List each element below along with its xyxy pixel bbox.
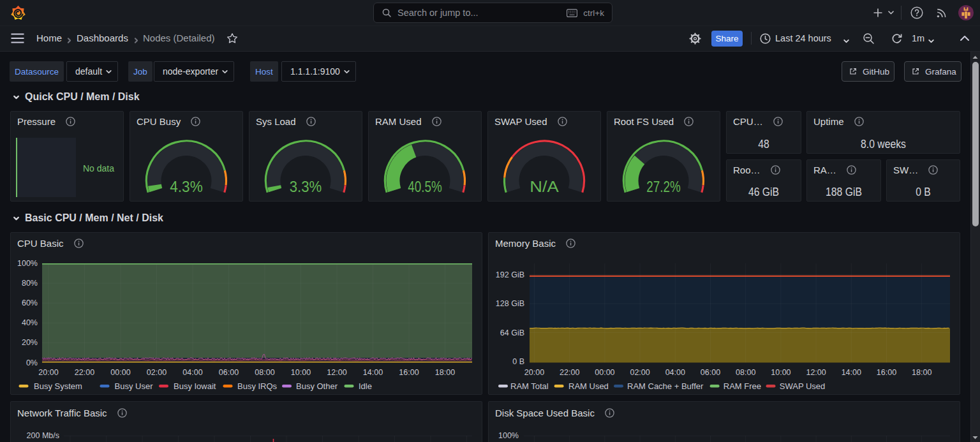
svg-text:40%: 40%: [22, 318, 38, 327]
svg-text:Busy Other: Busy Other: [296, 381, 338, 391]
svg-text:RAM Used: RAM Used: [568, 381, 609, 391]
svg-text:0 B: 0 B: [512, 357, 524, 366]
svg-text:16:00: 16:00: [877, 368, 896, 377]
svg-text:100%: 100%: [17, 259, 38, 268]
svg-text:04:00: 04:00: [182, 368, 202, 377]
svg-text:27.2%: 27.2%: [646, 179, 681, 195]
svg-text:06:00: 06:00: [701, 368, 720, 377]
svg-text:3.3%: 3.3%: [290, 179, 322, 195]
svg-text:00:00: 00:00: [595, 368, 614, 377]
svg-text:0%: 0%: [26, 358, 38, 367]
svg-text:100%: 100%: [498, 431, 519, 440]
svg-text:10:00: 10:00: [291, 368, 311, 377]
svg-text:128 GiB: 128 GiB: [496, 299, 524, 308]
svg-text:18:00: 18:00: [912, 368, 932, 377]
svg-text:RAM Free: RAM Free: [724, 381, 761, 391]
svg-text:SWAP Used: SWAP Used: [780, 381, 826, 391]
svg-text:40.5%: 40.5%: [408, 179, 442, 195]
svg-text:06:00: 06:00: [219, 368, 239, 377]
svg-text:08:00: 08:00: [255, 368, 274, 377]
svg-text:Busy System: Busy System: [34, 381, 82, 391]
svg-text:Idle: Idle: [359, 381, 372, 391]
svg-text:12:00: 12:00: [806, 368, 826, 377]
svg-text:60%: 60%: [22, 298, 38, 307]
svg-text:20%: 20%: [22, 338, 38, 347]
svg-text:02:00: 02:00: [630, 368, 650, 377]
svg-text:4.3%: 4.3%: [170, 179, 203, 195]
svg-text:00:00: 00:00: [110, 368, 130, 377]
svg-text:22:00: 22:00: [75, 368, 94, 377]
svg-text:18:00: 18:00: [435, 368, 455, 377]
svg-text:14:00: 14:00: [842, 368, 861, 377]
svg-text:RAM Cache + Buffer: RAM Cache + Buffer: [627, 381, 704, 391]
svg-text:12:00: 12:00: [327, 368, 346, 377]
svg-text:04:00: 04:00: [665, 368, 685, 377]
svg-text:80%: 80%: [22, 279, 38, 288]
svg-text:200 Mb/s: 200 Mb/s: [27, 431, 59, 440]
svg-text:08:00: 08:00: [736, 368, 755, 377]
svg-text:Busy IRQs: Busy IRQs: [237, 381, 278, 391]
svg-text:14:00: 14:00: [363, 368, 383, 377]
svg-text:22:00: 22:00: [560, 368, 579, 377]
svg-text:02:00: 02:00: [147, 368, 167, 377]
svg-text:RAM Total: RAM Total: [510, 381, 549, 391]
svg-text:Busy User: Busy User: [115, 381, 154, 391]
svg-text:20:00: 20:00: [38, 368, 58, 377]
svg-text:10:00: 10:00: [771, 368, 791, 377]
svg-text:16:00: 16:00: [399, 368, 419, 377]
svg-text:Busy Iowait: Busy Iowait: [174, 381, 216, 391]
svg-text:20:00: 20:00: [524, 368, 544, 377]
svg-text:192 GiB: 192 GiB: [496, 270, 524, 279]
svg-text:N/A: N/A: [530, 179, 559, 195]
svg-text:64 GiB: 64 GiB: [500, 328, 524, 337]
